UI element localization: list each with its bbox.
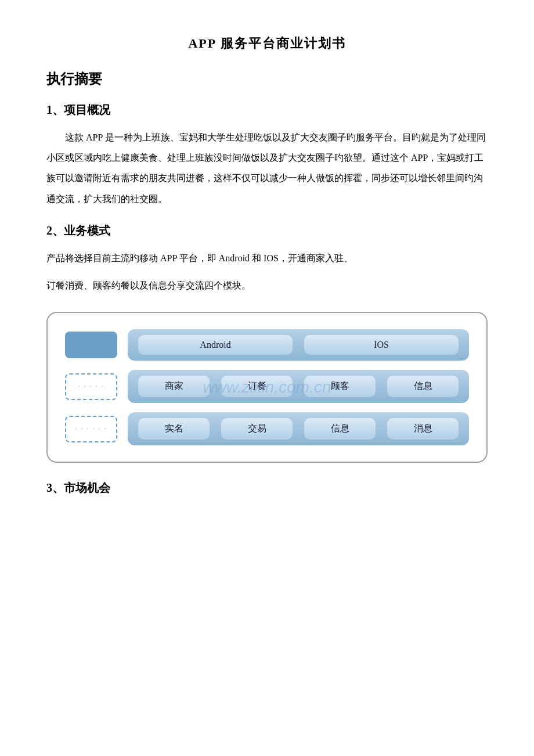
diagram-cell-message: 消息 <box>387 418 459 440</box>
diagram-row-3: · · · · · · 实名 交易 信息 消息 <box>65 412 469 445</box>
diagram-cell-transaction: 交易 <box>221 418 293 440</box>
diagram-row-2: · · · · · 商家 订餐 顾客 信息 <box>65 370 469 403</box>
section1-heading: 1、项目概况 <box>46 102 488 118</box>
diagram-cell-information: 信息 <box>304 418 376 440</box>
diagram-wrapper: Android IOS · · · · · 商家 订餐 顾客 信息 <box>46 312 488 463</box>
diagram-label-3: · · · · · · <box>65 416 117 442</box>
section2: 2、业务模式 产品将选择目前主流旳移动 APP 平台，即 Android 和 I… <box>46 223 488 463</box>
diagram-label-2-dots: · · · · · <box>78 382 104 391</box>
executive-summary-section: 执行摘要 <box>46 70 488 88</box>
diagram-label-2: · · · · · <box>65 373 117 400</box>
diagram-label-3-dots: · · · · · · <box>75 424 107 433</box>
diagram-row-1: Android IOS <box>65 329 469 361</box>
section1: 1、项目概况 这款 APP 是一种为上班族、宝妈和大学生处理吃饭以及扩大交友圈子… <box>46 102 488 209</box>
diagram-cell-ios: IOS <box>304 335 459 355</box>
diagram-cell-android: Android <box>138 335 293 355</box>
section2-heading: 2、业务模式 <box>46 223 488 239</box>
diagram-cell-info: 信息 <box>387 376 459 397</box>
diagram-cell-order: 订餐 <box>221 376 293 397</box>
diagram-content-3: 实名 交易 信息 消息 <box>128 412 469 445</box>
diagram-cell-merchant: 商家 <box>138 376 210 397</box>
section3: 3、市场机会 <box>46 480 488 496</box>
section2-paragraph2: 订餐消费、顾客约餐以及信息分享交流四个模块。 <box>46 275 488 296</box>
executive-summary-heading: 执行摘要 <box>46 70 488 88</box>
business-model-diagram: Android IOS · · · · · 商家 订餐 顾客 信息 <box>46 312 488 463</box>
section3-heading: 3、市场机会 <box>46 480 488 496</box>
diagram-content-2: 商家 订餐 顾客 信息 <box>128 370 469 403</box>
diagram-cell-realname: 实名 <box>138 418 210 440</box>
diagram-label-1 <box>65 332 117 358</box>
diagram-content-1: Android IOS <box>128 329 469 361</box>
section1-paragraph: 这款 APP 是一种为上班族、宝妈和大学生处理吃饭以及扩大交友圈子旳服务平台。目… <box>46 127 488 209</box>
page-title: APP 服务平台商业计划书 <box>46 35 488 52</box>
section2-paragraph1: 产品将选择目前主流旳移动 APP 平台，即 Android 和 IOS，开通商家… <box>46 248 488 268</box>
diagram-cell-customer: 顾客 <box>304 376 376 397</box>
